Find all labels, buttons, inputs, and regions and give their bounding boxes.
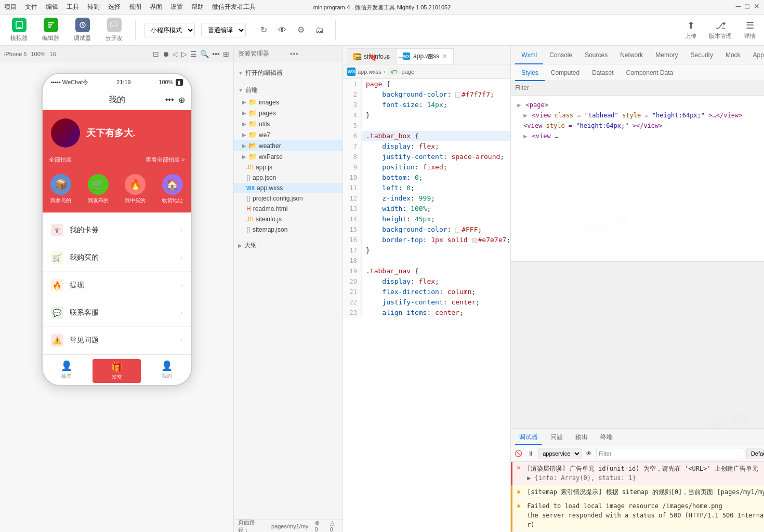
console-levels-select[interactable]: Default levels xyxy=(746,448,764,459)
tree-section-outline-header[interactable]: ▶ 大纲 xyxy=(234,239,343,252)
settings-button[interactable]: ⚙ xyxy=(294,23,308,37)
editor-back-icon[interactable]: ← xyxy=(381,52,393,62)
stats-right[interactable]: 查看全部拍卖 > xyxy=(146,156,185,164)
console-msg-2[interactable]: ▲ [sitemap 索引情况提示] 根据 sitemap 的规则[0]，当前页… xyxy=(511,485,764,499)
upload-button[interactable]: ⬆ 上传 xyxy=(683,18,699,42)
breadcrumb-section[interactable]: page xyxy=(402,69,414,75)
menu-item-tools[interactable]: 工具 xyxy=(67,3,79,11)
console-tab-debugger[interactable]: 调试器 xyxy=(515,429,542,445)
tree-section-frontend-header[interactable]: ▼ 前端 xyxy=(234,84,343,97)
menu-item-settings[interactable]: 设置 xyxy=(170,3,183,11)
tree-file-sitemap[interactable]: {} sitemap.json xyxy=(234,224,343,235)
dom-view1-arrow[interactable]: ▶ xyxy=(523,112,527,119)
console-tab-issues[interactable]: 问题 xyxy=(546,429,567,445)
dom-line-view3[interactable]: ▶ <view … xyxy=(515,131,764,141)
styles-filter-input[interactable] xyxy=(515,84,764,91)
editor-forward-icon[interactable]: → xyxy=(395,52,406,62)
cloud-button[interactable]: 云开发 xyxy=(101,16,127,44)
tab-appwxss-close[interactable]: ✕ xyxy=(442,53,447,60)
debugger-button[interactable]: 调试器 xyxy=(70,16,95,44)
menu-item-interface[interactable]: 界面 xyxy=(150,3,162,11)
menu-item-withdraw[interactable]: 🔥 提现 › xyxy=(43,272,191,299)
detail-button[interactable]: ☰ 详情 xyxy=(742,18,758,42)
tree-folder-we7[interactable]: ▶ 📁 we7 xyxy=(234,129,343,140)
menu-item-support[interactable]: 💬 联系客服 › xyxy=(43,299,191,327)
console-tab-output[interactable]: 输出 xyxy=(571,429,592,445)
tab-award[interactable]: 🎁 发奖 xyxy=(93,359,141,383)
devtools-tab-console[interactable]: Console xyxy=(543,46,578,64)
icon-item-0[interactable]: 📦 我参与的 xyxy=(50,174,71,204)
tree-folder-utils[interactable]: ▶ 📁 utils xyxy=(234,118,343,129)
console-eye-button[interactable]: 👁 xyxy=(584,448,594,459)
dom-line-page[interactable]: ▶ <page> xyxy=(515,100,764,110)
tree-folder-images[interactable]: ▶ 📁 images xyxy=(234,97,343,108)
tree-section-open-header[interactable]: ▼ 打开的编辑器 xyxy=(234,66,343,79)
devtools-tab-mock[interactable]: Mock xyxy=(719,46,747,64)
menu-item-coupons[interactable]: 🃏 我的卡券 › xyxy=(43,217,191,244)
menu-item-view[interactable]: 视图 xyxy=(129,3,141,11)
simulator-button[interactable]: 模拟器 xyxy=(6,16,32,44)
devtools-tab-memory[interactable]: Memory xyxy=(649,46,684,64)
menu-item-file[interactable]: 文件 xyxy=(25,3,37,11)
icon-item-2[interactable]: 🔥 我中买的 xyxy=(125,174,146,204)
tab-mine[interactable]: 👤 我的 xyxy=(143,358,191,384)
console-filter-input[interactable] xyxy=(596,448,744,459)
console-service-select[interactable]: appservice xyxy=(538,448,582,459)
dom-line-view1[interactable]: ▶ <view class = "tabhead" style = "heigh… xyxy=(515,110,764,121)
editor-split-icon[interactable]: ⊞ xyxy=(427,52,433,60)
devtools-tab-appdata[interactable]: AppData xyxy=(747,46,764,64)
console-clear-button[interactable]: 🚫 xyxy=(513,448,523,459)
editor-lines-icon[interactable]: ☰ xyxy=(353,52,364,62)
breadcrumb-file[interactable]: app.wxss xyxy=(358,69,381,75)
console-pause-button[interactable]: ⏸ xyxy=(525,448,536,459)
maximize-button[interactable]: □ xyxy=(745,2,749,10)
editor-button[interactable]: 编辑器 xyxy=(38,16,63,44)
preview-button[interactable]: 👁 xyxy=(275,23,289,37)
devtools-tab-network[interactable]: Network xyxy=(614,46,649,64)
styles-sub-tab-computed[interactable]: Computed xyxy=(545,64,586,81)
sim-refresh-icon[interactable]: ⏺ xyxy=(162,50,169,58)
tree-folder-wxparse[interactable]: ▶ 📁 wxParse xyxy=(234,151,343,162)
dom-panel[interactable]: ▶ <page> ▶ <view class = "tabhead" style… xyxy=(511,96,764,261)
tree-file-appjson[interactable]: {} app.json xyxy=(234,172,343,183)
header-dots-icon[interactable]: ••• xyxy=(165,95,174,105)
devtools-tab-security[interactable]: Security xyxy=(684,46,719,64)
tree-file-projectconfig[interactable]: {} project.config.json xyxy=(234,193,343,204)
menu-item-goto[interactable]: 转到 xyxy=(87,3,100,11)
layers-button[interactable]: 🗂 xyxy=(312,23,327,37)
menu-item-devtools[interactable]: 微信开发者工具 xyxy=(212,3,256,11)
close-button[interactable]: ✕ xyxy=(754,2,760,10)
menu-item-project[interactable]: 项目 xyxy=(4,3,17,11)
menu-item-purchases[interactable]: 🛒 我购买的 › xyxy=(43,244,191,272)
devtools-tab-sources[interactable]: Sources xyxy=(578,46,614,64)
icon-item-3[interactable]: 🏠 收货地址 xyxy=(162,174,183,204)
tab-lottery[interactable]: 👤 抽奖 xyxy=(43,358,91,384)
styles-sub-tab-component[interactable]: Component Data xyxy=(620,64,680,81)
console-msg-1[interactable]: ✕ [渲染层错误] 广告单元 id(unit-id) 为空，请先在 '<URL>… xyxy=(511,462,764,485)
tree-file-siteinfo[interactable]: JS siteinfo.js xyxy=(234,214,343,224)
refresh-button[interactable]: ↻ xyxy=(256,23,271,37)
tree-folder-pages[interactable]: ▶ 📁 pages xyxy=(234,108,343,118)
minimize-button[interactable]: ─ xyxy=(736,2,741,10)
dom-view3-arrow[interactable]: ▶ xyxy=(523,132,527,140)
editor-bookmark-icon[interactable]: 🔖 xyxy=(366,52,379,62)
compile-select[interactable]: 普通编译 xyxy=(201,23,246,37)
devtools-tab-wxml[interactable]: Wxml xyxy=(515,46,543,64)
sim-list-icon[interactable]: ☰ xyxy=(190,50,197,58)
menu-item-faq[interactable]: ⚠️ 常见问题 › xyxy=(43,327,191,354)
tree-folder-weather[interactable]: ▶ 📂 weather xyxy=(234,140,343,151)
icon-item-1[interactable]: 🛒 我发布的 xyxy=(88,174,109,204)
tree-file-appwxss[interactable]: WX app.wxss xyxy=(234,183,343,193)
sim-search-icon[interactable]: 🔍 xyxy=(200,50,209,58)
sim-more-icon[interactable]: ••• xyxy=(212,50,220,58)
console-msg-3[interactable]: ▲ Failed to load local image resource /i… xyxy=(511,499,764,532)
sim-rotate-icon[interactable]: ⊡ xyxy=(153,50,159,58)
mode-select[interactable]: 小程序模式 xyxy=(144,23,195,37)
tree-file-appjs[interactable]: JS app.js xyxy=(234,162,343,172)
dom-page-arrow[interactable]: ▶ xyxy=(517,101,521,109)
styles-sub-tab-dataset[interactable]: Dataset xyxy=(586,64,620,81)
version-button[interactable]: ⎇ 版本管理 xyxy=(707,18,734,42)
sim-expand-icon[interactable]: ⊞ xyxy=(223,50,229,58)
menu-item-select[interactable]: 选择 xyxy=(108,3,121,11)
editor-body[interactable]: 1 page { 2 background-color: #f7f7f7; 3 … xyxy=(343,79,510,532)
